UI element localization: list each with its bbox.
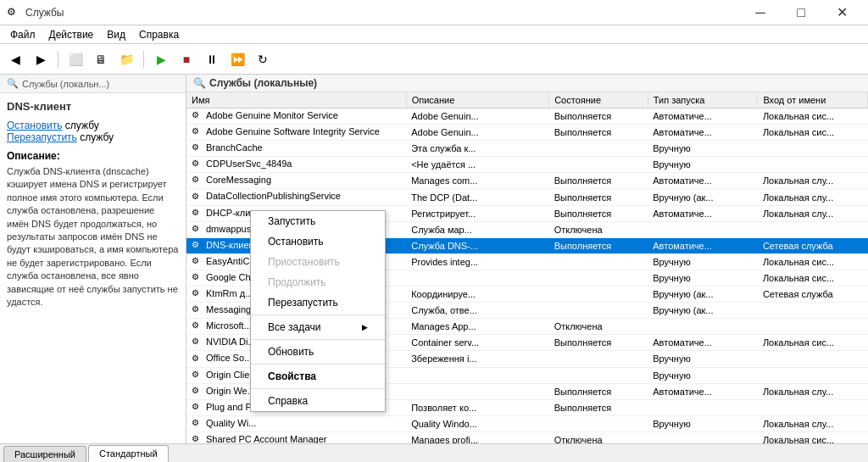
service-login-cell [758,221,868,237]
service-desc-cell: Збереження і... [406,351,548,367]
context-menu-item[interactable]: Обновить [251,342,385,362]
service-startup-cell: Вручную [648,141,758,157]
restart-service-link[interactable]: Перезапустить [7,131,77,143]
service-name-cell: ⚙BranchCache [186,141,406,157]
context-menu-item[interactable]: Перезапустить [251,292,385,313]
service-desc-cell: Provides integ... [406,253,548,270]
desc-title: Описание: [7,150,179,162]
context-menu-item[interactable]: Запустить [251,211,385,231]
col-header-login[interactable]: Вход от имени [758,92,868,109]
bottom-tabs: Расширенный Стандартный [0,443,868,462]
service-status-cell: Выполняется [549,383,648,399]
toolbar: ◀ ▶ ⬜ 🖥 📁 ▶ ■ ⏸ ⏩ ↻ [0,44,868,75]
left-panel-title: Службы (локальн...) [22,79,109,89]
service-desc-cell: Manages com... [406,173,548,189]
service-login-cell: Локальная слу... [758,205,868,221]
context-menu: ЗапуститьОстановитьПриостановитьПродолжи… [250,210,386,412]
service-login-cell [758,351,868,367]
service-desc-cell: Служба мар... [406,221,548,237]
service-login-cell [758,141,868,157]
service-login-cell: Локальная слу... [758,383,868,399]
service-startup-cell: Автоматиче... [648,109,758,125]
back-button[interactable]: ◀ [3,47,27,71]
service-status-cell [549,303,648,319]
maximize-button[interactable]: □ [782,0,821,25]
service-status-cell: Выполняется [549,109,648,125]
table-row[interactable]: ⚙Adobe Genuine Software Integrity Servic… [186,125,868,141]
computer-button[interactable]: 🖥 [89,47,113,71]
service-startup-cell: Автоматиче... [648,125,758,141]
stop-service-link[interactable]: Остановить [7,120,63,131]
service-status-cell [549,157,648,173]
window-title: Службы [25,7,741,19]
table-row[interactable]: ⚙Quality Wi...Quality Windo...ВручнуюЛок… [186,415,868,431]
menu-action[interactable]: Действие [42,27,101,42]
col-header-startup[interactable]: Тип запуска [648,92,758,109]
service-startup-cell: Автоматиче... [648,237,758,253]
service-startup-cell [648,319,758,335]
forward-button[interactable]: ▶ [29,47,53,71]
col-header-name[interactable]: Имя [186,92,406,109]
pause-button[interactable]: ⏸ [200,47,224,71]
refresh-button[interactable]: ↻ [251,47,275,71]
context-menu-separator [251,364,385,365]
menu-view[interactable]: Вид [100,27,132,42]
table-row[interactable]: ⚙BranchCacheЭта служба к...Вручную [186,141,868,157]
play-button[interactable]: ▶ [149,47,173,71]
service-status-cell: Выполняется [549,189,648,205]
search-magnifier-icon: 🔍 [193,77,206,89]
app-icon: ⚙ [7,6,20,19]
window-controls: ─ □ ✕ [741,0,861,25]
service-desc-cell: Quality Windo... [406,415,548,431]
service-startup-cell: Вручную (ак... [648,189,758,205]
table-row[interactable]: ⚙DataCollectionPublishingServiceThe DCP … [186,189,868,205]
tab-extended[interactable]: Расширенный [3,446,86,462]
service-desc-cell: Координируе... [406,287,548,303]
menu-file[interactable]: Файл [3,27,42,42]
menu-help[interactable]: Справка [132,27,186,42]
search-icon: 🔍 [7,78,19,89]
service-login-cell: Локальная слу... [758,415,868,431]
service-login-cell: Локальная слу... [758,189,868,205]
close-button[interactable]: ✕ [822,0,861,25]
service-desc-cell: The DCP (Dat... [406,189,548,205]
service-desc-cell: Adobe Genuin... [406,125,548,141]
tab-standard[interactable]: Стандартный [88,445,169,462]
service-status-cell: Выполняется [549,205,648,221]
folder-button[interactable]: 📁 [114,47,138,71]
service-desc-cell: Регистрирует... [406,205,548,221]
context-menu-item[interactable]: Все задачи [251,317,385,337]
context-menu-separator [251,388,385,389]
service-startup-cell: Вручную [648,270,758,286]
resume-button[interactable]: ⏩ [225,47,249,71]
service-desc-cell: Manages profi... [406,431,548,443]
table-row[interactable]: ⚙Adobe Genuine Monitor ServiceAdobe Genu… [186,109,868,125]
left-panel: 🔍 Службы (локальн...) DNS-клиент Останов… [0,75,186,443]
service-startup-cell [648,431,758,443]
left-panel-header: 🔍 Службы (локальн...) [0,75,186,93]
col-header-status[interactable]: Состояние [549,92,648,109]
context-menu-separator [251,339,385,340]
service-startup-cell: Автоматиче... [648,173,758,189]
context-menu-item[interactable]: Остановить [251,231,385,252]
service-desc-cell [406,383,548,399]
service-startup-cell: Автоматиче... [648,335,758,351]
stop-button[interactable]: ■ [175,47,198,71]
service-desc-cell: Позволяет ко... [406,399,548,415]
table-row[interactable]: ⚙Shared PC Account ManagerManages profi.… [186,431,868,443]
menu-bar: Файл Действие Вид Справка [0,25,868,44]
table-row[interactable]: ⚙CDPUserSvc_4849a<Не удаётся ...Вручную [186,157,868,173]
context-menu-item[interactable]: Свойства [251,366,385,387]
service-desc-cell: Container serv... [406,335,548,351]
table-row[interactable]: ⚙CoreMessagingManages com...ВыполняетсяА… [186,173,868,189]
service-login-cell: Локальная слу... [758,173,868,189]
panel-title: Службы (локальные) [209,77,317,89]
service-status-cell [549,287,648,303]
minimize-button[interactable]: ─ [741,0,780,25]
show-hide-button[interactable]: ⬜ [64,47,87,71]
context-menu-item[interactable]: Справка [251,391,385,411]
service-name-cell: ⚙CDPUserSvc_4849a [186,157,406,173]
col-header-desc[interactable]: Описание [406,92,548,109]
service-login-cell: Локальная сис... [758,109,868,125]
service-desc-cell: Служба DNS-... [406,237,548,253]
